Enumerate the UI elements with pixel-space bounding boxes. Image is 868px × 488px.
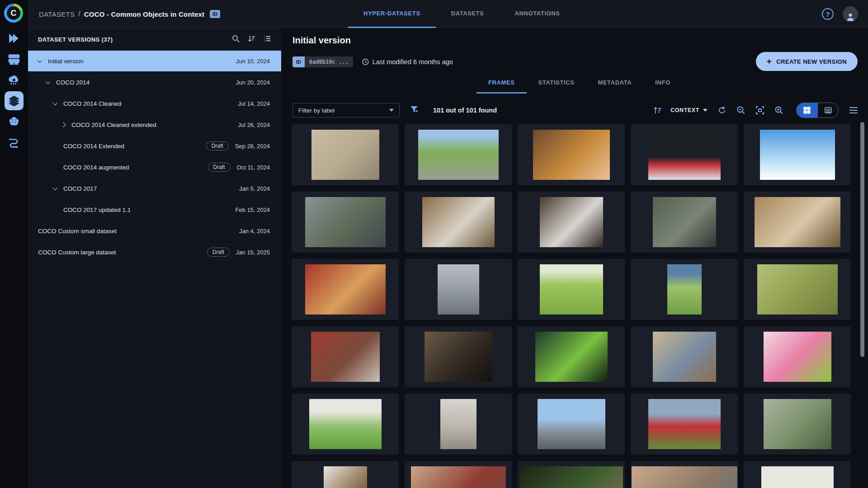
frame-thumbnail-figurines[interactable] — [405, 461, 512, 488]
frame-thumbnail-drummer[interactable] — [518, 461, 625, 488]
frame-thumbnail-red-wall-room[interactable] — [292, 326, 399, 387]
version-row-coco-2014[interactable]: COCO 2014 Jun 20, 2024 — [28, 72, 281, 93]
version-row-initial-version[interactable]: Initial version Jun 10, 2024 — [28, 51, 281, 72]
chevron-down-icon — [703, 109, 708, 112]
frame-thumbnail-tennis-far-court[interactable] — [631, 259, 738, 320]
frame-thumbnail-street-sign[interactable] — [744, 461, 851, 488]
person-icon — [845, 12, 855, 22]
frame-thumbnail-shepherd-sheep[interactable] — [405, 124, 512, 185]
tab-metadata[interactable]: METADATA — [586, 75, 643, 94]
frames-grid — [292, 124, 851, 488]
frame-thumbnail-dining-room-fridge[interactable] — [405, 192, 512, 253]
grid-icon — [803, 106, 811, 114]
servers-icon — [8, 53, 20, 65]
version-row-coco-2017-updated-1-1[interactable]: COCO 2017 updated 1.1 Feb 15, 2024 — [28, 199, 281, 221]
frame-thumbnail-deep-dish-pizza[interactable] — [292, 259, 399, 320]
rail-item-workers-queues[interactable] — [0, 49, 28, 70]
grid-view-button[interactable] — [797, 103, 817, 117]
version-title: Initial version — [292, 35, 351, 46]
fit-to-screen-icon[interactable] — [755, 106, 764, 115]
table-icon — [824, 106, 832, 114]
chevron-right-icon[interactable] — [61, 122, 66, 127]
filter-funnel-icon[interactable] — [410, 105, 419, 116]
tab-info[interactable]: INFO — [643, 75, 682, 94]
list-view-icon[interactable] — [264, 35, 271, 44]
breadcrumb-datasets-link[interactable]: DATASETS — [39, 10, 75, 18]
frame-thumbnail-tennis-serve[interactable] — [518, 259, 625, 320]
clearml-logo[interactable]: C — [4, 4, 23, 23]
thumbnail-image — [757, 264, 838, 314]
refresh-icon[interactable] — [717, 106, 726, 115]
frame-thumbnail-cat-window-blinds[interactable] — [292, 461, 399, 488]
frame-thumbnail-tabby-cat-closeup[interactable] — [405, 326, 512, 387]
thumbnail-image — [667, 264, 702, 314]
frame-thumbnail-tennis-green-shirt[interactable] — [518, 326, 625, 387]
tab-hyper-datasets[interactable]: HYPER-DATASETS — [348, 0, 436, 28]
frame-thumbnail-man-on-dock[interactable] — [631, 326, 738, 387]
chevron-down-icon[interactable] — [45, 79, 50, 84]
user-avatar[interactable] — [843, 6, 858, 22]
tab-datasets[interactable]: DATASETS — [436, 0, 500, 28]
tab-annotations[interactable]: ANNOTATIONS — [500, 0, 576, 28]
scrollbar-thumb[interactable] — [860, 122, 864, 357]
version-row-coco-2014-augmented[interactable]: COCO 2014 augmented Draft Oct 11, 2024 — [28, 157, 281, 178]
version-row-coco-2014-extended[interactable]: COCO 2014 Extended Draft Sep 28, 2024 — [28, 136, 281, 157]
create-new-version-button[interactable]: + CREATE NEW VERSION — [756, 52, 858, 71]
frame-thumbnail-two-men-jackets[interactable] — [631, 192, 738, 253]
version-date: Jan 15, 2025 — [236, 249, 270, 256]
context-label: CONTEXT — [670, 107, 699, 113]
frame-thumbnail-clock-sculpture[interactable] — [405, 259, 512, 320]
frame-thumbnail-city-bus[interactable] — [518, 394, 625, 455]
version-row-coco-custom-large-dataset[interactable]: COCO Custom large dataset Draft Jan 15, … — [28, 242, 281, 263]
rail-item-pipelines[interactable] — [0, 132, 28, 153]
rail-item-applications[interactable] — [0, 70, 28, 90]
rail-item-hyper-datasets[interactable] — [0, 90, 28, 111]
frame-thumbnail-train-valley[interactable] — [744, 394, 851, 455]
sort-descending-icon[interactable] — [248, 35, 255, 44]
vertical-scrollbar[interactable] — [860, 122, 864, 488]
frame-thumbnail-child-hallway[interactable] — [405, 394, 512, 455]
thumbnail-image — [305, 197, 386, 247]
menu-icon[interactable] — [849, 107, 858, 114]
zoom-in-icon[interactable] — [774, 106, 783, 115]
tab-statistics[interactable]: STATISTICS — [527, 75, 586, 94]
version-row-coco-custom-small-dataset[interactable]: COCO Custom small dataset Jan 4, 2024 — [28, 221, 281, 242]
sort-ascending-icon[interactable] — [653, 106, 662, 115]
zoom-out-icon[interactable] — [736, 106, 745, 115]
help-icon[interactable]: ? — [822, 8, 834, 20]
frame-thumbnail-motorcycle-race-tv[interactable] — [631, 124, 738, 185]
table-view-button[interactable] — [817, 103, 838, 117]
version-row-coco-2014-cleaned-extended[interactable]: COCO 2014 Cleaned extended Jul 26, 2024 — [28, 114, 281, 136]
search-icon[interactable] — [232, 35, 240, 44]
dataset-id-badge[interactable]: ID — [210, 10, 220, 18]
chevron-down-icon[interactable] — [37, 58, 42, 63]
frame-thumbnail-baseball-runner[interactable] — [292, 394, 399, 455]
create-new-version-label: CREATE NEW VERSION — [776, 58, 847, 65]
frame-thumbnail-ski-jump[interactable] — [744, 124, 851, 185]
pipeline-icon — [8, 136, 20, 148]
frame-thumbnail-street-cars-collage[interactable] — [292, 192, 399, 253]
rail-item-models[interactable] — [0, 111, 28, 132]
thumbnail-image — [764, 332, 831, 382]
filter-by-label-select[interactable]: Filter by label — [292, 103, 400, 117]
frame-thumbnail-watermelon-donut[interactable] — [744, 326, 851, 387]
chevron-down-icon[interactable] — [52, 100, 57, 105]
frame-thumbnail-desk-computer[interactable] — [744, 192, 851, 253]
thumbnail-image — [653, 197, 716, 247]
rail-item-getting-started[interactable] — [0, 28, 28, 49]
version-name: COCO Custom large dataset — [38, 249, 207, 256]
context-dropdown[interactable]: CONTEXT — [670, 107, 708, 113]
chevron-down-icon[interactable] — [52, 185, 57, 190]
frame-thumbnail-red-airplane[interactable] — [631, 394, 738, 455]
frame-thumbnail-noodle-soup[interactable] — [518, 124, 625, 185]
layers-icon — [8, 95, 20, 107]
version-row-coco-2014-cleaned[interactable]: COCO 2014 Cleaned Jul 14, 2024 — [28, 93, 281, 114]
frame-thumbnail-puppy-on-bed[interactable] — [292, 124, 399, 185]
frame-thumbnail-wakeboarder[interactable] — [744, 259, 851, 320]
frame-thumbnail-cat-on-toilet[interactable] — [518, 192, 625, 253]
frame-thumbnail-canyon-rocks[interactable] — [631, 461, 738, 488]
tab-frames[interactable]: FRAMES — [476, 75, 527, 94]
version-row-coco-2017[interactable]: COCO 2017 Jan 5, 2024 — [28, 178, 281, 199]
version-id-badge[interactable]: ID 6ad8b10c ... — [292, 56, 353, 67]
last-modified: Last modified 6 months ago — [361, 58, 453, 66]
